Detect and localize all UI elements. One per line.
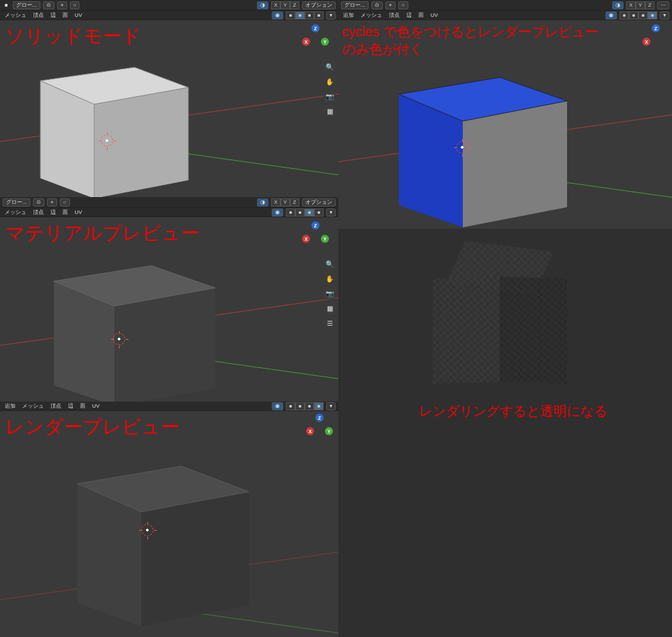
viewport-3d[interactable]: cycles で色をつけるとレンダープレビュー のみ色が付く Z X: [338, 20, 672, 229]
snap-toggle[interactable]: ⌖: [385, 1, 396, 9]
gizmo-y[interactable]: Y: [321, 38, 329, 46]
zoom-icon[interactable]: 🔍: [324, 258, 336, 270]
nav-gizmo[interactable]: Z Y X: [301, 24, 330, 54]
overlay-visibility[interactable]: ◉: [272, 11, 283, 20]
menu-edge[interactable]: 辺: [66, 402, 75, 410]
orientation-dropdown[interactable]: グロー...: [13, 1, 40, 9]
snap-toggle[interactable]: ⌖: [47, 198, 57, 207]
pivot-dropdown[interactable]: ⊙: [43, 1, 54, 9]
gizmo-x[interactable]: X: [302, 38, 310, 46]
shading-rendered[interactable]: [314, 209, 324, 217]
perspective-icon[interactable]: ▦: [324, 105, 336, 117]
overlay-toggle[interactable]: ◑: [257, 1, 268, 9]
layers-icon[interactable]: ☰: [324, 317, 336, 329]
viewport-3d[interactable]: レンダープレビュー Z Y X: [0, 411, 338, 637]
options-dropdown[interactable]: ⋯: [657, 1, 669, 9]
menu-vertex[interactable]: 頂点: [48, 402, 63, 410]
axis-z-btn[interactable]: Z: [290, 1, 299, 9]
menu-uv[interactable]: UV: [73, 12, 84, 18]
menu-vertex[interactable]: 頂点: [31, 209, 46, 216]
menu-mesh[interactable]: メッシュ: [3, 11, 28, 19]
gizmo-y[interactable]: Y: [321, 235, 329, 243]
menu-edge[interactable]: 辺: [48, 209, 58, 216]
shading-matprev[interactable]: [305, 402, 314, 410]
menu-face[interactable]: 面: [78, 402, 87, 410]
menu-uv[interactable]: UV: [90, 403, 102, 409]
camera-icon[interactable]: 📷: [324, 287, 336, 299]
menu-face[interactable]: 面: [416, 11, 426, 19]
gizmo-y[interactable]: Y: [325, 427, 333, 435]
axis-x-btn[interactable]: X: [271, 198, 281, 207]
pivot-dropdown[interactable]: ⊙: [33, 198, 44, 207]
overlay-visibility[interactable]: ◉: [272, 209, 283, 217]
shading-matprev[interactable]: [305, 209, 314, 217]
menu-mesh[interactable]: メッシュ: [359, 11, 384, 19]
gizmo-x[interactable]: X: [306, 427, 314, 435]
shading-rendered[interactable]: [314, 11, 324, 20]
proportional-toggle[interactable]: ○: [398, 1, 408, 9]
shading-rendered[interactable]: [314, 402, 324, 410]
pivot-dropdown[interactable]: ⊙: [371, 1, 383, 9]
viewport-3d[interactable]: マテリアルプレビュー Z Y X 🔍 ✋ 📷 ▦ ☰: [0, 217, 338, 402]
overlay-toggle[interactable]: ◑: [257, 198, 268, 207]
camera-icon[interactable]: 📷: [324, 90, 336, 102]
axis-z-btn[interactable]: Z: [290, 198, 299, 207]
axis-y-btn[interactable]: Y: [281, 198, 290, 207]
orientation-dropdown[interactable]: グロー...: [341, 1, 369, 9]
zoom-icon[interactable]: 🔍: [324, 61, 336, 73]
shading-wireframe[interactable]: [620, 11, 629, 20]
proportional-toggle[interactable]: ○: [60, 198, 70, 207]
shading-solid[interactable]: [295, 11, 305, 20]
axis-x-btn[interactable]: X: [626, 1, 636, 9]
overlay-toggle[interactable]: ◑: [612, 1, 624, 9]
shading-solid[interactable]: [295, 209, 305, 217]
perspective-icon[interactable]: ▦: [324, 302, 336, 314]
nav-gizmo[interactable]: Z X: [641, 24, 671, 54]
orientation-dropdown[interactable]: グロー...: [3, 198, 30, 207]
shading-wireframe[interactable]: [286, 209, 295, 217]
gizmo-z[interactable]: Z: [311, 24, 320, 32]
nav-gizmo[interactable]: Z Y X: [305, 414, 334, 443]
shading-options[interactable]: ▾: [326, 11, 336, 20]
gizmo-x[interactable]: X: [642, 38, 650, 46]
pan-icon[interactable]: ✋: [324, 75, 336, 87]
menu-add[interactable]: 追加: [341, 11, 356, 19]
menu-mesh[interactable]: メッシュ: [3, 209, 28, 216]
gizmo-x[interactable]: X: [302, 235, 310, 243]
options-dropdown[interactable]: オプション: [302, 198, 336, 207]
shading-rendered[interactable]: [648, 11, 657, 20]
shading-matprev[interactable]: [305, 11, 314, 20]
axis-y-btn[interactable]: Y: [281, 1, 290, 9]
options-dropdown[interactable]: オプション: [302, 1, 336, 9]
axis-z-btn[interactable]: Z: [645, 1, 655, 9]
menu-vertex[interactable]: 頂点: [387, 11, 402, 19]
axis-x-btn[interactable]: X: [271, 1, 281, 9]
menu-add[interactable]: 追加: [3, 402, 17, 410]
shading-options[interactable]: ▾: [326, 209, 336, 217]
menu-uv[interactable]: UV: [428, 12, 440, 18]
snap-toggle[interactable]: ⌖: [57, 1, 67, 9]
shading-solid[interactable]: [295, 402, 305, 410]
gizmo-z[interactable]: Z: [315, 414, 324, 422]
shading-options[interactable]: ▾: [326, 402, 336, 410]
proportional-toggle[interactable]: ○: [70, 1, 80, 9]
overlay-visibility[interactable]: ◉: [605, 11, 617, 20]
menu-face[interactable]: 面: [61, 209, 70, 216]
menu-mesh[interactable]: メッシュ: [20, 402, 46, 410]
menu-uv[interactable]: UV: [73, 209, 84, 215]
axis-y-btn[interactable]: Y: [636, 1, 645, 9]
pan-icon[interactable]: ✋: [324, 272, 336, 285]
menu-edge[interactable]: 辺: [48, 11, 58, 19]
gizmo-z[interactable]: Z: [652, 24, 660, 32]
nav-gizmo[interactable]: Z Y X: [301, 221, 330, 251]
overlay-visibility[interactable]: ◉: [272, 402, 283, 410]
menu-vertex[interactable]: 頂点: [31, 11, 46, 19]
shading-solid[interactable]: [629, 11, 638, 20]
menu-edge[interactable]: 辺: [404, 11, 414, 19]
gizmo-z[interactable]: Z: [311, 221, 320, 229]
menu-face[interactable]: 面: [61, 11, 70, 19]
shading-matprev[interactable]: [638, 11, 648, 20]
shading-options[interactable]: ▾: [660, 11, 669, 20]
shading-wireframe[interactable]: [286, 402, 295, 410]
viewport-3d[interactable]: ソリッドモード Z Y X 🔍 ✋ 📷 ▦: [0, 20, 338, 197]
